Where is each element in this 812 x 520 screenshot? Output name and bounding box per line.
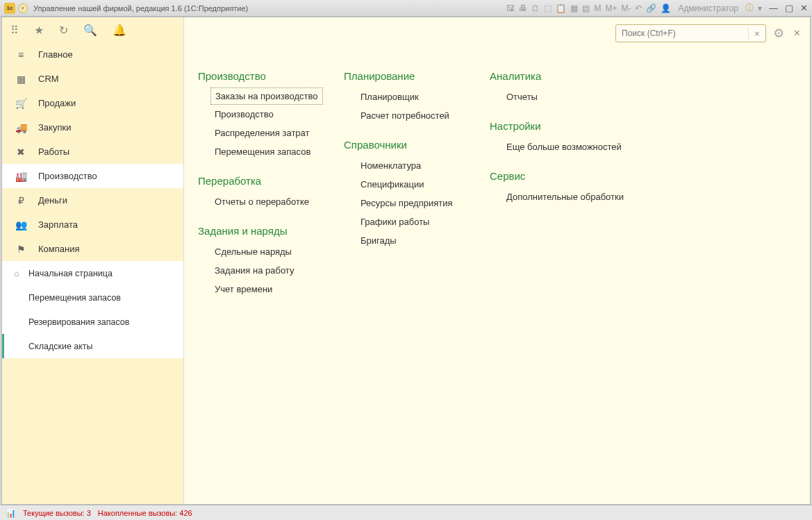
link-nomenclature[interactable]: Номенклатура (344, 156, 476, 175)
minimize-button[interactable]: — (769, 3, 778, 13)
cart-icon: 🛒 (15, 98, 27, 109)
section-header-settings[interactable]: Настройки (490, 120, 624, 132)
status-accumulated-calls: Накопленные вызовы: 426 (98, 509, 192, 517)
factory-icon: 🏭 (15, 171, 27, 182)
sidebar-item-label: Работы (38, 146, 69, 157)
sidebar-item-label: Продажи (38, 98, 76, 108)
print-preview-icon[interactable]: 🗋 (531, 3, 540, 13)
maximize-button[interactable]: ▢ (785, 3, 793, 13)
m-minus-button[interactable]: M- (621, 3, 631, 13)
link-cost-allocation[interactable]: Распределения затрат (198, 124, 330, 142)
link-processing-reports[interactable]: Отчеты о переработке (198, 192, 330, 211)
calendar-icon[interactable]: ▦ (570, 3, 578, 13)
link-work-tasks[interactable]: Задания на работу (198, 261, 330, 280)
search-box: × (615, 24, 766, 42)
sidebar-item-crm[interactable]: ▦CRM (2, 67, 183, 91)
flag-icon: ⚑ (15, 244, 27, 255)
people-icon: 👥 (15, 219, 27, 230)
link-schedules[interactable]: Графики работы (344, 212, 476, 231)
menu-icon: ≡ (15, 49, 27, 60)
sidebar-item-label: Резервирования запасов (28, 317, 129, 327)
sidebar-item-salary[interactable]: 👥Зарплата (2, 212, 183, 237)
gear-icon[interactable]: ⚙ (773, 26, 784, 41)
link-stock-moves[interactable]: Перемещения запасов (198, 142, 330, 161)
info-dropdown-icon[interactable]: ▾ (758, 3, 762, 13)
link-teams[interactable]: Бригады (344, 231, 476, 250)
link-orders-production[interactable]: Заказы на производство (210, 87, 323, 105)
admin-label[interactable]: Администратор (678, 3, 738, 13)
back-icon[interactable]: ↶ (635, 3, 642, 13)
section-header-analytics[interactable]: Аналитика (490, 70, 624, 82)
sidebar-sub-stock-acts[interactable]: Складские акты (2, 334, 183, 358)
close-panel-button[interactable]: × (794, 27, 800, 40)
titlebar: 1c ▾ Управление нашей фирмой, редакция 1… (0, 0, 812, 17)
sidebar-sub-home[interactable]: ⌂Начальная страница (2, 261, 183, 285)
m-button[interactable]: M (594, 3, 601, 13)
sidebar-item-label: Деньги (38, 195, 67, 206)
link-additional-proc[interactable]: Дополнительные обработки (490, 187, 624, 206)
content-area: × ⚙ × Производство Заказы на производств… (184, 17, 810, 504)
truck-icon: 🚚 (15, 122, 27, 133)
link-time-track[interactable]: Учет времени (198, 280, 330, 299)
link-resources[interactable]: Ресурсы предприятия (344, 194, 476, 212)
column-production: Производство Заказы на производство Прои… (198, 52, 330, 299)
home-icon: ⌂ (12, 269, 22, 278)
sidebar-item-works[interactable]: ✖Работы (2, 140, 183, 164)
search-clear-button[interactable]: × (748, 28, 765, 39)
app-logo-icon: 1c (4, 3, 15, 14)
sidebar-sub-stock-move[interactable]: Перемещения запасов (2, 285, 183, 310)
sidebar-sub-stock-reserve[interactable]: Резервирования запасов (2, 310, 183, 334)
status-current-calls: Текущие вызовы: 3 (23, 509, 91, 517)
sidebar-item-main[interactable]: ≡Главное (2, 42, 183, 67)
sidebar-item-label: Компания (38, 244, 80, 254)
user-icon: 👤 (661, 3, 671, 13)
link-specifications[interactable]: Спецификации (344, 175, 476, 194)
sidebar-item-label: Производство (38, 171, 97, 181)
sidebar-item-label: Зарплата (38, 219, 78, 230)
link-planner[interactable]: Планировщик (344, 87, 476, 106)
clipboard-icon[interactable]: 📋 (556, 3, 566, 13)
print-icon[interactable]: 🖶 (519, 3, 527, 13)
section-header-processing[interactable]: Переработка (198, 175, 330, 187)
section-header-tasks[interactable]: Задания и наряды (198, 225, 330, 237)
link-reports[interactable]: Отчеты (490, 87, 624, 106)
section-header-production[interactable]: Производство (198, 70, 330, 82)
titlebar-dropdown-icon[interactable]: ▾ (18, 3, 28, 13)
save-icon[interactable]: 🖫 (506, 3, 515, 13)
m-plus-button[interactable]: M+ (605, 3, 617, 13)
sidebar-item-label: CRM (38, 74, 59, 84)
ruble-icon: ₽ (15, 195, 27, 206)
info-icon[interactable]: ⓘ (745, 2, 754, 14)
close-button[interactable]: ✕ (800, 3, 808, 13)
sidebar-item-production[interactable]: 🏭Производство (2, 164, 183, 188)
section-header-service[interactable]: Сервис (490, 170, 624, 182)
search-input[interactable] (616, 25, 748, 42)
star-icon[interactable]: ★ (34, 24, 44, 37)
sidebar-sub-list: ⌂Начальная страница Перемещения запасов … (2, 261, 183, 358)
link-more-features[interactable]: Еще больше возможностей (490, 137, 624, 156)
sidebar-item-purchases[interactable]: 🚚Закупки (2, 115, 183, 140)
link-piecework[interactable]: Сдельные наряды (198, 242, 330, 261)
section-header-planning[interactable]: Планирование (344, 70, 476, 82)
sidebar-item-company[interactable]: ⚑Компания (2, 237, 183, 261)
grid-icon[interactable]: ⠿ (10, 24, 19, 37)
link-icon[interactable]: 🔗 (646, 3, 656, 13)
column-analytics: Аналитика Отчеты Настройки Еще больше во… (490, 52, 624, 299)
link-needs-calc[interactable]: Расчет потребностей (344, 106, 476, 125)
titlebar-tools: 🖫 🖶 🗋 ⬚ 📋 ▦ ▤ M M+ M- ↶ 🔗 👤 Администрато… (506, 2, 762, 14)
section-header-catalogs[interactable]: Справочники (344, 139, 476, 151)
calculator-icon[interactable]: ▤ (582, 3, 590, 13)
search-icon[interactable]: 🔍 (83, 24, 97, 37)
column-planning: Планирование Планировщик Расчет потребно… (344, 52, 476, 299)
history-icon[interactable]: ↻ (59, 24, 68, 37)
compare-icon[interactable]: ⬚ (544, 3, 552, 13)
sidebar-item-sales[interactable]: 🛒Продажи (2, 91, 183, 115)
sidebar: ⠿ ★ ↻ 🔍 🔔 ≡Главное ▦CRM 🛒Продажи 🚚Закупк… (2, 17, 184, 504)
sidebar-item-money[interactable]: ₽Деньги (2, 188, 183, 212)
crm-icon: ▦ (15, 74, 27, 85)
window-title: Управление нашей фирмой, редакция 1.6 (1… (33, 4, 506, 12)
sidebar-toolbar: ⠿ ★ ↻ 🔍 🔔 (2, 17, 183, 42)
link-production[interactable]: Производство (198, 105, 330, 124)
bell-icon[interactable]: 🔔 (113, 24, 126, 37)
status-icon: 📊 (6, 508, 16, 518)
